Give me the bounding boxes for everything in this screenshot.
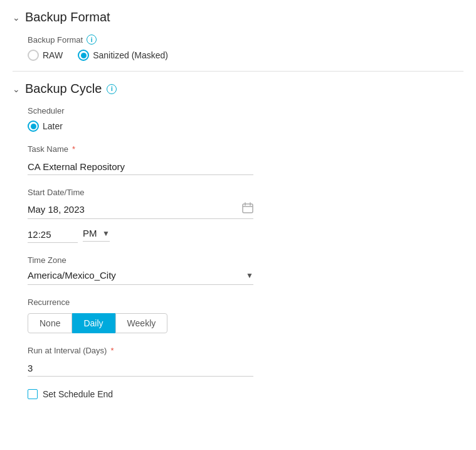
ampm-select[interactable]: AM PM <box>83 228 100 238</box>
run-interval-label: Run at Interval (Days) <box>28 346 463 355</box>
recurrence-none-button[interactable]: None <box>28 313 72 333</box>
task-name-input[interactable] <box>28 159 253 175</box>
backup-format-title: Backup Format <box>25 10 110 24</box>
run-interval-group: Run at Interval (Days) <box>28 346 463 377</box>
date-field-container <box>28 202 253 219</box>
backup-cycle-info-icon[interactable]: i <box>107 84 117 94</box>
backup-cycle-section: ⌄ Backup Cycle i Scheduler Later Task Na… <box>13 82 463 399</box>
scheduler-radio-group: Later <box>28 121 463 132</box>
later-radio-option[interactable]: Later <box>28 121 63 132</box>
section-divider <box>13 71 463 72</box>
later-radio-label: Later <box>43 121 63 131</box>
timezone-label: Time Zone <box>28 255 463 265</box>
timezone-select-container[interactable]: America/Mexico_City ▼ <box>28 270 253 285</box>
ampm-select-container: AM PM ▼ <box>83 228 110 242</box>
set-schedule-end-label: Set Schedule End <box>43 389 113 399</box>
run-interval-input[interactable] <box>28 360 253 377</box>
backup-cycle-header[interactable]: ⌄ Backup Cycle i <box>13 82 463 96</box>
backup-format-section: ⌄ Backup Format Backup Format i RAW Sani… <box>13 10 463 61</box>
time-row: AM PM ▼ <box>28 227 463 243</box>
calendar-icon[interactable] <box>242 202 253 216</box>
recurrence-label: Recurrence <box>28 297 463 307</box>
backup-format-info-icon[interactable]: i <box>87 35 97 45</box>
backup-format-header[interactable]: ⌄ Backup Format <box>13 10 463 24</box>
date-input[interactable] <box>28 204 237 215</box>
sanitized-radio-circle <box>78 50 89 61</box>
backup-cycle-content: Scheduler Later Task Name Start Date/Tim… <box>13 106 463 399</box>
raw-radio-label: RAW <box>43 50 63 60</box>
scheduler-label: Scheduler <box>28 106 463 115</box>
recurrence-button-group: None Daily Weekly <box>28 313 463 333</box>
backup-cycle-chevron-icon: ⌄ <box>13 84 20 94</box>
raw-radio-circle <box>28 50 39 61</box>
backup-format-chevron-icon: ⌄ <box>13 13 20 23</box>
time-input[interactable] <box>28 227 78 243</box>
ampm-chevron-icon: ▼ <box>102 229 110 238</box>
later-radio-circle <box>28 121 39 132</box>
raw-radio-option[interactable]: RAW <box>28 50 63 61</box>
set-schedule-end-row: Set Schedule End <box>28 389 463 399</box>
task-name-label: Task Name <box>28 144 463 154</box>
recurrence-weekly-button[interactable]: Weekly <box>115 313 168 333</box>
start-datetime-group: Start Date/Time AM PM <box>28 188 463 243</box>
svg-rect-0 <box>243 204 253 213</box>
backup-cycle-title: Backup Cycle <box>25 82 102 96</box>
recurrence-group: Recurrence None Daily Weekly <box>28 297 463 333</box>
timezone-value: America/Mexico_City <box>28 270 116 281</box>
timezone-chevron-icon: ▼ <box>246 271 253 280</box>
task-name-group: Task Name <box>28 144 463 175</box>
timezone-group: Time Zone America/Mexico_City ▼ <box>28 255 463 285</box>
backup-format-field-label: Backup Format i <box>28 35 463 45</box>
scheduler-group: Scheduler Later <box>28 106 463 132</box>
set-schedule-end-checkbox[interactable] <box>28 389 38 399</box>
backup-format-radio-group: RAW Sanitized (Masked) <box>28 50 463 61</box>
backup-format-content: Backup Format i RAW Sanitized (Masked) <box>13 35 463 61</box>
start-datetime-label: Start Date/Time <box>28 188 463 197</box>
recurrence-daily-button[interactable]: Daily <box>72 313 115 333</box>
sanitized-radio-label: Sanitized (Masked) <box>93 50 168 60</box>
sanitized-radio-option[interactable]: Sanitized (Masked) <box>78 50 168 61</box>
